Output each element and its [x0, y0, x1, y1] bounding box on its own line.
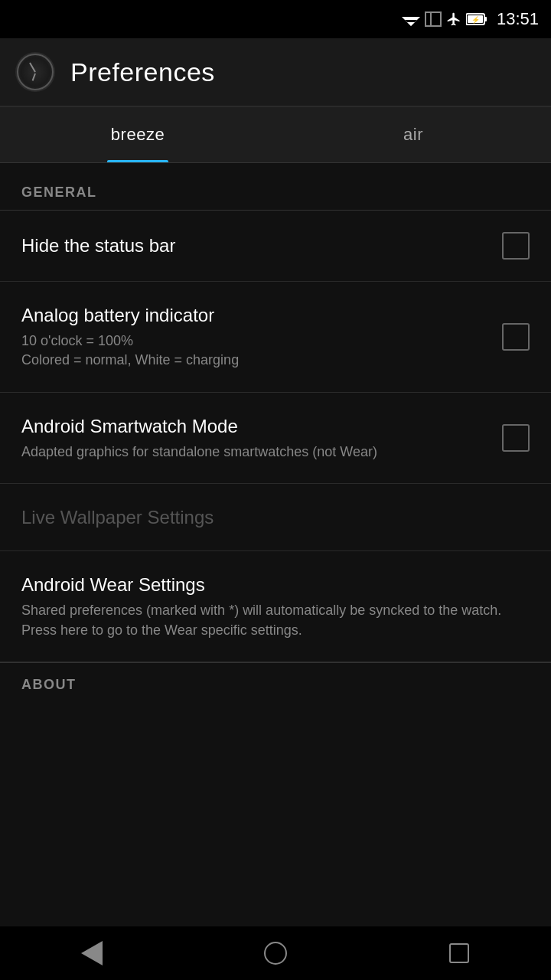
pref-analog-battery[interactable]: Analog battery indicator 10 o'clock = 10…	[0, 282, 551, 393]
svg-text:⚡: ⚡	[471, 15, 480, 24]
pref-analog-battery-checkbox[interactable]	[502, 323, 530, 351]
pref-analog-battery-subtitle: 10 o'clock = 100%Colored = normal, White…	[21, 332, 487, 370]
pref-smartwatch-mode-checkbox[interactable]	[502, 424, 530, 452]
pref-analog-battery-left: Analog battery indicator 10 o'clock = 10…	[21, 303, 502, 371]
nav-home-button[interactable]	[245, 934, 306, 972]
general-section-title: GENERAL	[21, 185, 97, 200]
general-section-header: GENERAL	[0, 163, 551, 210]
pref-live-wallpaper-left: Live Wallpaper Settings	[21, 505, 530, 529]
airplane-icon	[446, 11, 461, 27]
status-icons: ⚡ 13:51	[402, 9, 539, 29]
back-icon	[81, 941, 103, 965]
tabs-container: breeze air	[0, 107, 551, 163]
signal-icon	[425, 11, 442, 27]
svg-marker-2	[407, 22, 415, 26]
about-section-header: ABOUT	[0, 663, 551, 701]
pref-android-wear-subtitle: Shared preferences (marked with *) will …	[21, 601, 514, 639]
about-section-title: ABOUT	[21, 677, 77, 692]
tab-air[interactable]: air	[276, 107, 551, 162]
wifi-icon	[402, 12, 420, 26]
svg-rect-7	[484, 17, 487, 21]
app-icon	[15, 52, 55, 92]
watch-face	[17, 54, 54, 90]
recents-icon	[449, 943, 469, 963]
bottom-nav	[0, 926, 551, 980]
pref-analog-battery-title: Analog battery indicator	[21, 303, 487, 327]
toolbar: Preferences	[0, 38, 551, 107]
nav-recents-button[interactable]	[429, 934, 490, 972]
pref-smartwatch-mode-subtitle: Adapted graphics for standalone smartwat…	[21, 443, 487, 462]
pref-hide-status-bar-checkbox[interactable]	[502, 232, 530, 260]
battery-icon: ⚡	[466, 12, 487, 26]
toolbar-title: Preferences	[70, 57, 215, 87]
tab-breeze[interactable]: breeze	[0, 107, 276, 162]
home-icon	[264, 942, 287, 965]
svg-rect-3	[425, 12, 441, 26]
nav-back-button[interactable]	[61, 934, 122, 972]
status-bar: ⚡ 13:51	[0, 0, 551, 38]
pref-smartwatch-mode-left: Android Smartwatch Mode Adapted graphics…	[21, 414, 502, 462]
pref-smartwatch-mode[interactable]: Android Smartwatch Mode Adapted graphics…	[0, 393, 551, 484]
content-area: GENERAL Hide the status bar Analog batte…	[0, 163, 551, 927]
pref-android-wear-left: Android Wear Settings Shared preferences…	[21, 573, 530, 640]
pref-android-wear-title: Android Wear Settings	[21, 573, 514, 596]
pref-android-wear[interactable]: Android Wear Settings Shared preferences…	[0, 551, 551, 662]
pref-hide-status-bar-title: Hide the status bar	[21, 234, 487, 257]
pref-live-wallpaper-title: Live Wallpaper Settings	[21, 505, 514, 529]
status-time: 13:51	[497, 9, 539, 29]
pref-hide-status-bar[interactable]: Hide the status bar	[0, 211, 551, 282]
pref-live-wallpaper[interactable]: Live Wallpaper Settings	[0, 484, 551, 551]
pref-smartwatch-mode-title: Android Smartwatch Mode	[21, 414, 487, 438]
pref-hide-status-bar-left: Hide the status bar	[21, 234, 502, 257]
